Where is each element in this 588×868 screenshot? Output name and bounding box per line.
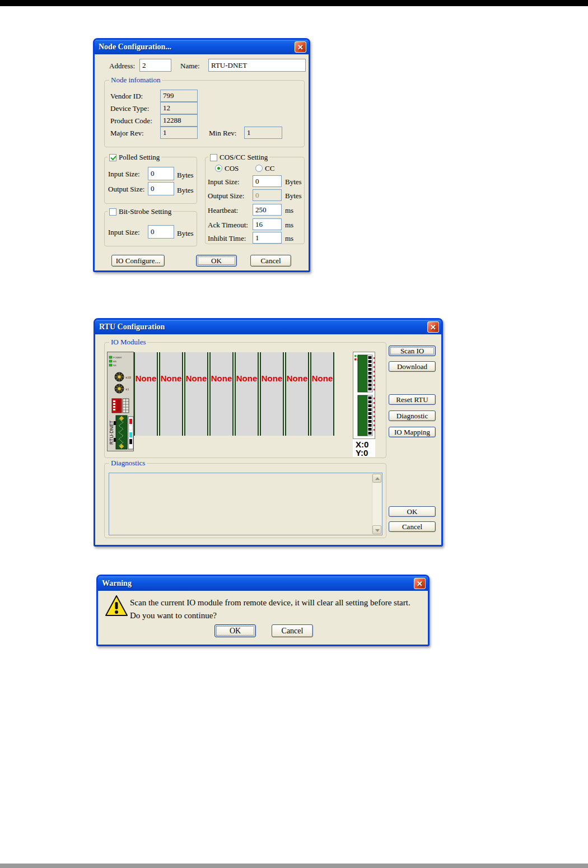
warning-message-line1: Scan the current IO module from remote d… (130, 598, 410, 608)
bitstrobe-input-size-input[interactable] (148, 225, 174, 239)
bit-strobe-group: Bit-Strobe Setting Input Size: Bytes (104, 211, 197, 246)
ack-timeout-input[interactable] (253, 218, 282, 230)
document-page: Node Configuration... Address: Name: Nod… (0, 0, 588, 868)
diagnostics-group: Diagnostics (104, 463, 386, 538)
warning-dialog-titlebar[interactable]: Warning (98, 576, 428, 591)
cos-radio-label: COS (225, 164, 239, 173)
lv-led-icon (354, 358, 357, 361)
scroll-down-icon[interactable] (372, 525, 381, 534)
download-button[interactable]: Download (389, 361, 436, 372)
extension-module-image: POWER LV (353, 352, 375, 439)
connector-block-icon (114, 416, 127, 449)
scroll-up-icon[interactable] (372, 474, 381, 483)
warning-ok-button[interactable]: OK (214, 624, 256, 637)
warning-dialog-title: Warning (102, 579, 414, 588)
warning-message-line2: Do you want to continue? (130, 611, 217, 620)
coscc-setting-checkbox[interactable] (210, 154, 217, 161)
rtu-dialog-titlebar[interactable]: RTU Configuration (95, 320, 441, 334)
product-code-label: Product Code: (110, 116, 152, 125)
io-slot-1[interactable]: None (134, 352, 158, 436)
polled-output-size-label: Output Size: (108, 185, 144, 194)
coscc-input-size-input[interactable] (253, 175, 282, 187)
coscc-output-size-input (253, 189, 282, 201)
rotary-switch-x1-icon (115, 384, 124, 393)
io-slot-3[interactable]: None (184, 352, 208, 436)
ack-timeout-unit: ms (285, 221, 293, 230)
svg-text:x1: x1 (125, 387, 129, 391)
close-icon[interactable] (427, 321, 439, 333)
power-led-icon (354, 355, 357, 357)
io-configure-button[interactable]: IO Configure... (111, 255, 165, 267)
close-icon[interactable] (414, 578, 426, 589)
dip-switch-icon (112, 399, 122, 413)
cos-radio[interactable] (215, 165, 222, 172)
node-configuration-dialog: Node Configuration... Address: Name: Nod… (93, 38, 310, 272)
bit-strobe-checkbox[interactable] (109, 208, 116, 216)
min-rev-label: Min Rev: (209, 129, 236, 138)
diagnostics-textarea[interactable] (109, 473, 382, 535)
diagnostics-scrollbar[interactable] (372, 474, 381, 534)
heartbeat-input[interactable] (253, 204, 282, 216)
polled-output-unit: Bytes (177, 186, 194, 195)
ack-timeout-label: Ack Timeout: (208, 221, 248, 230)
inhibit-time-label: Inhibit Time: (208, 234, 246, 243)
io-slot-5[interactable]: None (235, 352, 259, 436)
page-bottom-rule (0, 864, 588, 868)
bitstrobe-input-size-label: Input Size: (108, 228, 140, 237)
io-slot-7[interactable]: None (285, 352, 309, 436)
bit-strobe-title: Bit-Strobe Setting (119, 207, 171, 216)
reset-rtu-button[interactable]: Reset RTU (389, 394, 436, 405)
polled-output-size-input[interactable] (148, 182, 174, 195)
device-type-value: 12 (160, 102, 198, 114)
io-slot-8[interactable]: None (310, 352, 334, 436)
coscc-output-unit: Bytes (285, 192, 302, 200)
io-slot-4[interactable]: None (209, 352, 234, 436)
diagnostic-button[interactable]: Diagnostic (389, 410, 436, 421)
device-name-vertical: RTU-DNET (109, 421, 114, 445)
wire-color-strip-icon (128, 417, 133, 449)
io-modules-group: IO Modules POWER MS NS x10 (104, 342, 386, 458)
io-mapping-button[interactable]: IO Mapping (389, 427, 436, 437)
address-input[interactable] (139, 59, 171, 72)
node-cancel-button[interactable]: Cancel (250, 255, 291, 267)
node-information-group-title: Node infomation (109, 76, 162, 85)
name-input[interactable] (208, 59, 306, 72)
extension-module-panel: POWER LV (353, 352, 375, 457)
inhibit-time-unit: ms (285, 234, 293, 243)
x-count: X:0 (356, 440, 368, 449)
polled-setting-checkbox[interactable] (109, 154, 116, 161)
power-led-icon (109, 356, 112, 358)
ns-led-icon (109, 364, 112, 366)
ms-led-icon (109, 360, 112, 362)
coscc-input-unit: Bytes (285, 178, 302, 186)
rtu-ok-button[interactable]: OK (389, 506, 436, 517)
io-slot-2[interactable]: None (159, 352, 183, 436)
node-ok-button[interactable]: OK (196, 255, 237, 267)
cc-radio[interactable] (255, 165, 263, 172)
rtu-cancel-button[interactable]: Cancel (389, 521, 436, 532)
scan-io-button[interactable]: Scan IO (389, 346, 436, 356)
coscc-input-size-label: Input Size: (208, 178, 240, 186)
inhibit-time-input[interactable] (253, 232, 282, 244)
coscc-setting-title: COS/CC Setting (220, 153, 268, 162)
polled-input-size-input[interactable] (148, 167, 174, 180)
polled-input-unit: Bytes (177, 171, 194, 180)
address-label: Address: (109, 62, 135, 71)
svg-text:NS: NS (113, 364, 116, 367)
vendor-id-label: Vendor ID: (110, 92, 143, 101)
major-rev-label: Major Rev: (110, 129, 144, 138)
heartbeat-unit: ms (285, 206, 293, 215)
y-count: Y:0 (356, 449, 368, 457)
warning-icon (105, 595, 128, 617)
node-dialog-titlebar[interactable]: Node Configuration... (95, 40, 309, 54)
coscc-output-size-label: Output Size: (208, 192, 244, 200)
page-top-rule (0, 0, 588, 6)
major-rev-value: 1 (160, 127, 198, 139)
bitstrobe-input-unit: Bytes (177, 229, 194, 238)
device-type-label: Device Type: (110, 104, 149, 113)
warning-cancel-button[interactable]: Cancel (272, 624, 313, 637)
close-icon[interactable] (295, 41, 306, 53)
node-information-group: Node infomation Vendor ID: 799 Device Ty… (104, 80, 305, 147)
rtu-dnet-device-image: POWER MS NS x10 (107, 352, 134, 451)
io-slot-6[interactable]: None (260, 352, 284, 436)
